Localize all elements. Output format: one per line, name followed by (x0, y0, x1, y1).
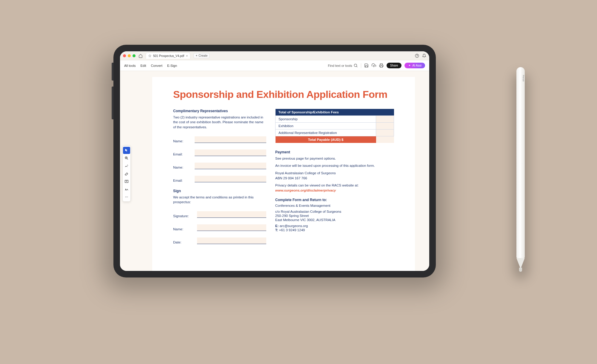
star-icon (148, 54, 151, 57)
return-l3: 250-290 Spring Street (275, 214, 394, 218)
document-tab[interactable]: 501 Prospectus_V4.pdf × (146, 53, 190, 59)
fee-total-label: Total Payable (AUD) $ (276, 136, 376, 143)
return-l2: c/o Royal Australasian College of Surgeo… (275, 210, 394, 213)
name1-input[interactable] (195, 136, 266, 143)
tool-palette (122, 146, 131, 202)
maximize-window-button[interactable] (133, 54, 136, 57)
signature-input[interactable] (197, 211, 266, 218)
window-traffic-lights (123, 54, 136, 57)
section-heading-return: Complete Form and Return to: (275, 198, 394, 202)
svg-marker-0 (149, 55, 151, 57)
section-heading-sign: Sign (173, 189, 266, 193)
bell-icon[interactable] (422, 54, 426, 58)
screen: 501 Prospectus_V4.pdf × + Create All too… (120, 51, 429, 271)
fee-total-amt[interactable] (376, 136, 394, 143)
email1-input[interactable] (195, 149, 266, 156)
field-label-name2: Name: (173, 166, 192, 169)
fees-table: Total of Sponsorship/Exhibition Fees Spo… (275, 109, 394, 143)
svg-point-13 (127, 197, 128, 197)
name2-input[interactable] (195, 163, 266, 169)
app-toolbar: All tools Edit Convert E-Sign Find text … (120, 60, 429, 71)
new-tab-label: Create (199, 54, 207, 57)
return-l1: Conferences & Events Management (275, 204, 394, 207)
separator (361, 63, 361, 68)
ipad-mockup: 501 Prospectus_V4.pdf × + Create All too… (113, 45, 436, 277)
pencil-tip (516, 258, 525, 269)
pdf-page: Sponsorship and Exhibition Application F… (152, 77, 415, 271)
field-label-date: Date: (173, 240, 194, 244)
name3-input[interactable] (197, 224, 266, 231)
minimize-window-button[interactable] (128, 54, 131, 57)
fee-amt-sponsorship[interactable] (376, 115, 394, 122)
help-icon[interactable] (415, 54, 419, 58)
menu-edit[interactable]: Edit (141, 64, 146, 67)
apple-pencil: Pencil (516, 67, 525, 276)
privacy-link[interactable]: www.surgeons.org/disclaimerprivacy (275, 188, 394, 193)
field-label-name3: Name: (173, 227, 194, 231)
new-tab-button[interactable]: + Create (193, 53, 210, 58)
close-tab-icon[interactable]: × (186, 54, 188, 58)
cloud-upload-icon[interactable] (372, 63, 376, 68)
email2-input[interactable] (195, 176, 266, 182)
field-label-name1: Name: (173, 139, 192, 143)
erase-tool[interactable] (123, 170, 130, 177)
ai-label: AI Assi (412, 64, 421, 67)
search-icon (353, 63, 358, 68)
menu-all-tools[interactable]: All tools (124, 64, 136, 67)
ai-assistant-button[interactable]: AI Assi (404, 63, 425, 68)
org-name: Royal Australasian College of Surgeons (275, 171, 394, 176)
svg-point-3 (354, 64, 357, 67)
svg-line-7 (127, 159, 128, 160)
tablet-bezel: 501 Prospectus_V4.pdf × + Create All too… (113, 45, 436, 277)
signature-tool[interactable] (123, 186, 130, 193)
plus-icon: + (196, 54, 197, 57)
print-icon[interactable] (379, 63, 384, 68)
svg-point-2 (417, 56, 417, 57)
search-box[interactable]: Find text or tools (328, 63, 358, 68)
draw-tool[interactable] (123, 162, 130, 169)
svg-point-12 (126, 197, 127, 197)
svg-rect-5 (380, 66, 382, 67)
menu-convert[interactable]: Convert (151, 64, 163, 67)
pencil-label: Pencil (519, 75, 525, 81)
select-tool[interactable] (123, 147, 130, 154)
fees-header: Total of Sponsorship/Exhibition Fees (276, 109, 394, 116)
fee-amt-exhibition[interactable] (376, 122, 394, 129)
sparkle-icon (408, 64, 411, 67)
svg-point-11 (125, 197, 126, 197)
more-tools[interactable] (123, 193, 130, 200)
fee-row-additional: Additional Representative Registration (276, 129, 376, 136)
org-abn: ABN 29 004 167 766 (275, 176, 394, 181)
return-l4: East Melbourne VIC 3002, AUSTRALIA (275, 218, 394, 222)
date-input[interactable] (197, 237, 266, 244)
sign-body: We accept the terms and conditions as pr… (173, 195, 266, 205)
field-label-signature: Signature: (173, 214, 194, 218)
field-label-email1: Email: (173, 152, 192, 156)
section-heading-reps: Complimentary Representatives (173, 109, 266, 113)
payment-line2: An invoice will be issued upon processin… (275, 163, 394, 168)
svg-line-4 (356, 66, 357, 67)
pencil-body: Pencil (516, 67, 525, 258)
fee-row-sponsorship: Sponsorship (276, 115, 376, 122)
share-button[interactable]: Share (387, 63, 402, 68)
home-icon[interactable] (139, 54, 143, 58)
left-rail (120, 71, 138, 271)
fee-row-exhibition: Exhibition (276, 122, 376, 129)
tab-title: 501 Prospectus_V4.pdf (153, 54, 184, 58)
return-tel: T: +61 3 9249 1249 (275, 228, 394, 232)
text-tool[interactable] (123, 178, 130, 185)
right-column: Total of Sponsorship/Exhibition Fees Spo… (275, 109, 394, 244)
left-column: Complimentary Representatives Two (2) in… (173, 109, 266, 244)
return-email: E: arc@surgeons.org (275, 224, 394, 228)
zoom-tool[interactable] (123, 155, 130, 162)
section-heading-payment: Payment (275, 150, 394, 154)
save-icon[interactable] (364, 63, 369, 68)
menu-esign[interactable]: E-Sign (167, 64, 177, 67)
field-label-email2: Email: (173, 179, 192, 182)
reps-body: Two (2) industry representative registra… (173, 115, 266, 130)
close-window-button[interactable] (123, 54, 126, 57)
fee-amt-additional[interactable] (376, 129, 394, 136)
document-viewport[interactable]: Sponsorship and Exhibition Application F… (138, 71, 429, 271)
app-tabbar: 501 Prospectus_V4.pdf × + Create (120, 51, 429, 60)
privacy-lead: Privacy details can be viewed on the RAC… (275, 183, 394, 188)
